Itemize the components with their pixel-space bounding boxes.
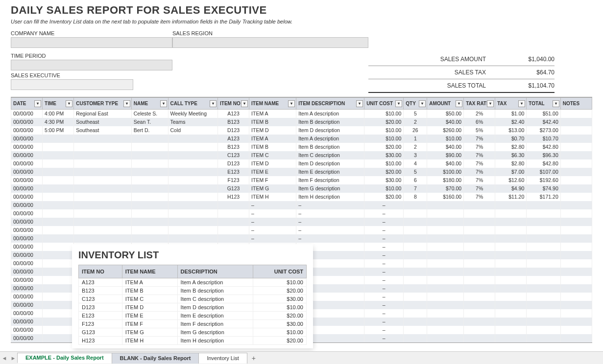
cell[interactable]: C123 xyxy=(218,151,249,159)
cell[interactable]: 5 xyxy=(404,110,427,118)
cell[interactable]: 7% xyxy=(464,176,495,184)
inv-cell[interactable]: Item B description xyxy=(177,287,253,295)
table-row[interactable]: 00/00/00C123ITEM CItem C description$30.… xyxy=(11,151,592,159)
cell[interactable] xyxy=(527,301,560,309)
cell[interactable]: ITEM D xyxy=(249,126,296,135)
cell[interactable]: Item D description xyxy=(296,126,364,135)
cell[interactable] xyxy=(464,251,495,259)
cell[interactable] xyxy=(464,276,495,284)
filter-dropdown-icon[interactable]: ▾ xyxy=(487,100,494,107)
cell[interactable] xyxy=(74,218,132,226)
cell[interactable]: 00/00/00 xyxy=(11,284,43,293)
filter-dropdown-icon[interactable]: ▾ xyxy=(553,100,559,107)
cell[interactable] xyxy=(43,176,74,184)
cell[interactable] xyxy=(131,209,168,218)
cell[interactable]: Item A description xyxy=(296,110,364,118)
cell[interactable]: – xyxy=(364,251,404,259)
cell[interactable] xyxy=(427,309,464,318)
cell[interactable]: $10.00 xyxy=(427,135,464,143)
cell[interactable] xyxy=(427,218,464,226)
cell[interactable] xyxy=(527,201,560,209)
cell[interactable] xyxy=(427,293,464,301)
inv-row[interactable]: E123ITEM EItem E description$20.00 xyxy=(79,312,307,320)
cell[interactable]: $42.40 xyxy=(527,118,560,126)
cell[interactable]: $7.00 xyxy=(495,168,527,176)
cell[interactable]: $51.00 xyxy=(527,110,560,118)
cell[interactable] xyxy=(427,318,464,326)
cell[interactable]: $192.60 xyxy=(527,176,560,184)
cell[interactable] xyxy=(168,209,218,218)
cell[interactable] xyxy=(560,268,592,276)
cell[interactable] xyxy=(527,234,560,243)
cell[interactable] xyxy=(168,193,218,201)
cell[interactable]: – xyxy=(296,234,364,243)
cell[interactable] xyxy=(168,168,218,176)
tab-inventory-list[interactable]: Inventory List xyxy=(198,353,247,364)
cell[interactable]: Item H description xyxy=(296,193,364,201)
filter-dropdown-icon[interactable]: ▾ xyxy=(395,100,402,107)
cell[interactable]: ITEM H xyxy=(249,193,296,201)
cell[interactable]: A123 xyxy=(218,135,249,143)
cell[interactable]: 00/00/00 xyxy=(11,193,43,201)
cell[interactable] xyxy=(74,143,132,151)
cell[interactable] xyxy=(560,234,592,243)
cell[interactable] xyxy=(464,326,495,334)
cell[interactable]: ITEM C xyxy=(249,151,296,159)
cell[interactable]: 00/00/00 xyxy=(11,110,43,118)
filter-dropdown-icon[interactable]: ▾ xyxy=(66,100,72,107)
inv-cell[interactable]: Item G description xyxy=(177,328,253,337)
filter-dropdown-icon[interactable]: ▾ xyxy=(160,100,167,107)
cell[interactable]: $74.90 xyxy=(527,184,560,193)
cell[interactable]: $10.00 xyxy=(364,110,404,118)
cell[interactable]: $12.60 xyxy=(495,176,527,184)
cell[interactable]: Southeast xyxy=(74,118,132,126)
cell[interactable] xyxy=(43,184,74,193)
cell[interactable] xyxy=(527,218,560,226)
cell[interactable] xyxy=(43,276,74,284)
filter-dropdown-icon[interactable]: ▾ xyxy=(123,100,130,107)
cell[interactable] xyxy=(464,284,495,293)
cell[interactable] xyxy=(527,251,560,259)
cell[interactable]: 00/00/00 xyxy=(11,135,43,143)
cell[interactable] xyxy=(131,143,168,151)
cell[interactable]: $13.00 xyxy=(495,126,527,135)
inv-cell[interactable]: A123 xyxy=(79,278,122,287)
cell[interactable] xyxy=(74,201,132,209)
inv-cell[interactable]: E123 xyxy=(79,312,122,320)
inv-cell[interactable]: ITEM H xyxy=(122,337,177,345)
cell[interactable]: $10.70 xyxy=(527,135,560,143)
inv-cell[interactable]: $30.00 xyxy=(253,320,306,328)
cell[interactable]: 00/00/00 xyxy=(11,209,43,218)
cell[interactable] xyxy=(74,168,132,176)
inv-row[interactable]: A123ITEM AItem A description$10.00 xyxy=(79,278,307,287)
inv-row[interactable]: G123ITEM GItem G description$10.00 xyxy=(79,328,307,337)
cell[interactable] xyxy=(131,135,168,143)
cell[interactable]: 26 xyxy=(404,126,427,135)
cell[interactable]: Bert D. xyxy=(131,126,168,135)
cell[interactable]: $4.90 xyxy=(495,184,527,193)
cell[interactable]: $50.00 xyxy=(427,110,464,118)
cell[interactable] xyxy=(131,168,168,176)
table-row[interactable]: 00/00/00A123ITEM AItem A description$10.… xyxy=(11,135,592,143)
cell[interactable] xyxy=(527,226,560,234)
cell[interactable]: 6 xyxy=(404,176,427,184)
cell[interactable]: 7% xyxy=(464,151,495,159)
company-name-input[interactable] xyxy=(11,37,172,48)
cell[interactable] xyxy=(404,284,427,293)
cell[interactable]: Item A description xyxy=(296,135,364,143)
cell[interactable]: 00/00/00 xyxy=(11,151,43,159)
cell[interactable] xyxy=(404,293,427,301)
cell[interactable]: ITEM A xyxy=(249,110,296,118)
cell[interactable] xyxy=(464,301,495,309)
cell[interactable]: 2 xyxy=(404,143,427,151)
cell[interactable] xyxy=(527,284,560,293)
cell[interactable] xyxy=(404,276,427,284)
cell[interactable] xyxy=(464,234,495,243)
cell[interactable] xyxy=(560,168,592,176)
inv-row[interactable]: D123ITEM DItem D description$10.00 xyxy=(79,303,307,312)
cell[interactable] xyxy=(218,209,249,218)
cell[interactable]: $100.00 xyxy=(427,168,464,176)
cell[interactable] xyxy=(427,334,464,342)
cell[interactable]: 7% xyxy=(464,135,495,143)
cell[interactable]: 4:00 PM xyxy=(43,110,74,118)
